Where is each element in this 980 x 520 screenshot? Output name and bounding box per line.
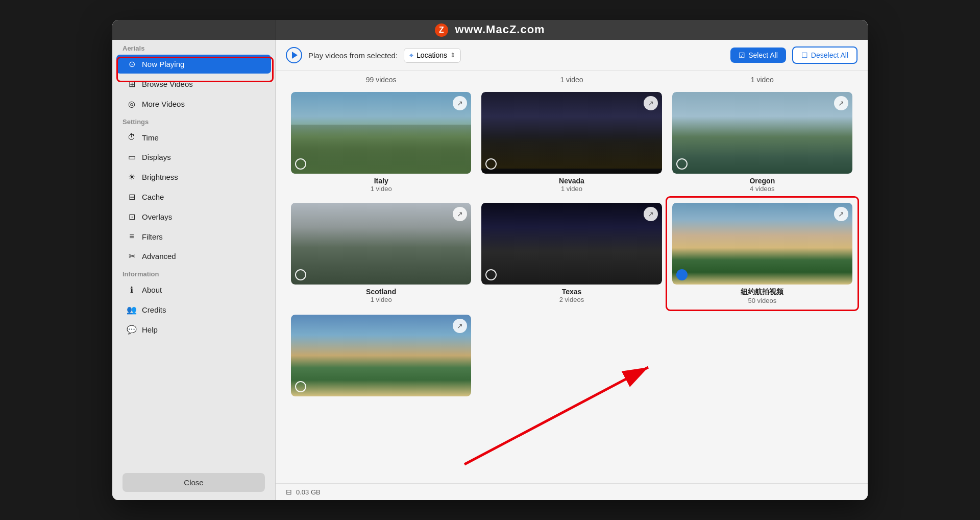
storage-size: 0.03 GB bbox=[296, 488, 321, 496]
toolbar: Play videos from selected: ⌖ Locations ⇕… bbox=[276, 40, 868, 70]
play-button[interactable] bbox=[286, 47, 302, 63]
video-name-scotland: Scotland bbox=[366, 288, 396, 296]
select-circle-italy[interactable] bbox=[295, 158, 306, 170]
thumb-wrapper-nevada: ↗ bbox=[481, 92, 662, 174]
select-all-label: Select All bbox=[748, 51, 778, 59]
grid-item-nevada[interactable]: ↗ Nevada 1 video bbox=[476, 87, 667, 198]
watermark-text: www.MacZ.com bbox=[455, 23, 545, 36]
watermark: Z www.MacZ.com bbox=[112, 20, 868, 40]
video-name-newyork: 纽约航拍视频 bbox=[741, 288, 783, 297]
thumb-oregon bbox=[672, 92, 852, 174]
deselect-all-button[interactable]: ☐ Deselect All bbox=[792, 46, 857, 64]
thumb-wrapper-oregon: ↗ bbox=[672, 92, 852, 174]
col-header-1: 1 video bbox=[476, 70, 667, 87]
grid-item-italy[interactable]: ↗ Italy 1 video bbox=[286, 87, 476, 198]
advanced-icon: ✂ bbox=[127, 251, 137, 261]
grid-item-newyork[interactable]: ↗ 纽约航拍视频 50 videos bbox=[667, 198, 857, 310]
location-arrows-icon: ⇕ bbox=[450, 52, 455, 59]
play-triangle-icon bbox=[292, 52, 298, 59]
sidebar-item-label: Browse Videos bbox=[142, 80, 193, 88]
video-count-scotland: 1 video bbox=[371, 296, 392, 303]
video-grid-container[interactable]: 99 videos 1 video 1 video ↗ Italy 1 vide… bbox=[276, 70, 868, 483]
thumb-italy bbox=[291, 92, 471, 174]
video-grid-row-2: ↗ Scotland 1 video ↗ Texas 2 videos bbox=[286, 198, 857, 310]
thumb-wrapper-scotland: ↗ bbox=[291, 203, 471, 285]
video-grid-row-3: ↗ bbox=[286, 310, 857, 401]
sidebar-item-label: Help bbox=[142, 325, 158, 334]
app-window: Z www.MacZ.com Aerials ⊙ Now Playing ⊞ B… bbox=[112, 20, 868, 500]
thumb-newyork bbox=[672, 203, 852, 285]
help-icon: 💬 bbox=[127, 325, 137, 335]
displays-icon: ▭ bbox=[127, 152, 137, 162]
sidebar-item-label: More Videos bbox=[142, 100, 185, 108]
status-bar: ⊟ 0.03 GB bbox=[276, 483, 868, 500]
close-button[interactable]: Close bbox=[122, 473, 265, 492]
sidebar-item-about[interactable]: ℹ About bbox=[116, 280, 271, 299]
select-all-button[interactable]: ☑ Select All bbox=[730, 48, 786, 63]
select-circle-newyork[interactable] bbox=[676, 269, 688, 280]
browse-videos-icon: ⊞ bbox=[127, 79, 137, 89]
sidebar-item-time[interactable]: ⏱ Time bbox=[116, 128, 271, 147]
settings-label: Settings bbox=[112, 114, 275, 128]
sidebar-item-filters[interactable]: ≡ Filters bbox=[116, 227, 271, 246]
sidebar-item-label: Cache bbox=[142, 193, 164, 201]
location-selector[interactable]: ⌖ Locations ⇕ bbox=[404, 48, 461, 63]
select-all-checkbox-icon: ☑ bbox=[739, 51, 745, 59]
sidebar-item-label: Filters bbox=[142, 232, 163, 241]
select-circle-scotland[interactable] bbox=[295, 269, 306, 280]
sidebar-item-more-videos[interactable]: ◎ More Videos bbox=[116, 94, 271, 113]
main-content: Play videos from selected: ⌖ Locations ⇕… bbox=[276, 20, 868, 500]
sidebar-item-label: Time bbox=[142, 133, 159, 142]
sidebar-item-brightness[interactable]: ☀ Brightness bbox=[116, 168, 271, 186]
sidebar-item-browse-videos[interactable]: ⊞ Browse Videos bbox=[116, 75, 271, 93]
sidebar-item-help[interactable]: 💬 Help bbox=[116, 320, 271, 339]
sidebar-item-overlays[interactable]: ⊡ Overlays bbox=[116, 207, 271, 226]
sidebar-item-advanced[interactable]: ✂ Advanced bbox=[116, 247, 271, 266]
grid-item-newyork2[interactable]: ↗ bbox=[286, 310, 476, 401]
select-circle-newyork2[interactable] bbox=[295, 381, 306, 392]
video-name-nevada: Nevada bbox=[559, 177, 584, 185]
share-icon-nevada[interactable]: ↗ bbox=[644, 96, 658, 110]
video-count-texas: 2 videos bbox=[559, 296, 584, 303]
more-videos-icon: ◎ bbox=[127, 99, 137, 109]
video-count-oregon: 4 videos bbox=[750, 185, 774, 193]
thumb-texas bbox=[481, 203, 662, 285]
sidebar-item-label: Advanced bbox=[142, 252, 176, 261]
grid-item-oregon[interactable]: ↗ Oregon 4 videos bbox=[667, 87, 857, 198]
z-logo: Z bbox=[435, 23, 448, 37]
sidebar-item-credits[interactable]: 👥 Credits bbox=[116, 300, 271, 319]
deselect-all-checkbox-icon: ☐ bbox=[801, 51, 808, 59]
close-area: Close bbox=[112, 465, 275, 500]
video-count-newyork: 50 videos bbox=[748, 297, 777, 304]
video-name-texas: Texas bbox=[562, 288, 582, 296]
sidebar-item-cache[interactable]: ⊟ Cache bbox=[116, 187, 271, 206]
thumb-wrapper-newyork2: ↗ bbox=[291, 315, 471, 396]
share-icon-oregon[interactable]: ↗ bbox=[834, 96, 848, 110]
aerials-label: Aerials bbox=[112, 40, 275, 54]
video-grid-row-1: ↗ Italy 1 video ↗ Nevada 1 video bbox=[286, 87, 857, 198]
video-count-nevada: 1 video bbox=[561, 185, 582, 193]
share-icon-newyork[interactable]: ↗ bbox=[834, 207, 848, 221]
about-icon: ℹ bbox=[127, 285, 137, 295]
thumb-wrapper-italy: ↗ bbox=[291, 92, 471, 174]
location-text: Locations bbox=[416, 51, 447, 59]
sidebar-item-now-playing[interactable]: ⊙ Now Playing bbox=[116, 55, 271, 74]
video-count-italy: 1 video bbox=[371, 185, 392, 193]
filters-icon: ≡ bbox=[127, 232, 137, 241]
toolbar-label: Play videos from selected: bbox=[308, 51, 398, 60]
brightness-icon: ☀ bbox=[127, 172, 137, 182]
thumb-wrapper-texas: ↗ bbox=[481, 203, 662, 285]
time-icon: ⏱ bbox=[127, 133, 137, 142]
thumb-wrapper-newyork: ↗ bbox=[672, 203, 852, 285]
thumb-nevada bbox=[481, 92, 662, 174]
information-label: Information bbox=[112, 266, 275, 280]
col-header-2: 1 video bbox=[667, 70, 857, 87]
select-circle-oregon[interactable] bbox=[676, 158, 688, 170]
grid-item-texas[interactable]: ↗ Texas 2 videos bbox=[476, 198, 667, 310]
share-icon-texas[interactable]: ↗ bbox=[644, 207, 658, 221]
deselect-all-label: Deselect All bbox=[811, 51, 848, 59]
sidebar-item-displays[interactable]: ▭ Displays bbox=[116, 148, 271, 167]
grid-item-scotland[interactable]: ↗ Scotland 1 video bbox=[286, 198, 476, 310]
video-name-oregon: Oregon bbox=[749, 177, 775, 185]
thumb-scotland bbox=[291, 203, 471, 285]
